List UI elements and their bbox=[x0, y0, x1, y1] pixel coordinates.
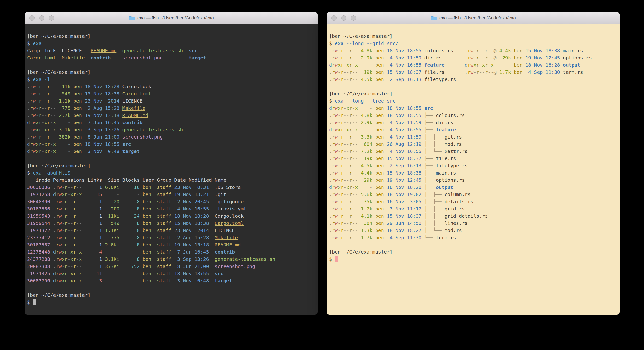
titlebar[interactable]: exa — fish /Users/ben/Code/exa/exa bbox=[327, 12, 620, 24]
text-span bbox=[102, 177, 108, 183]
terminal-line: drwxr-xr-x - ben 7 Jun 16:45 contrib bbox=[27, 119, 316, 126]
permission-char: r bbox=[38, 84, 42, 90]
permission-char: - bbox=[355, 235, 358, 240]
permission-char: - bbox=[338, 134, 340, 140]
permission-char: r bbox=[349, 199, 352, 204]
text-span: 19k bbox=[361, 156, 372, 161]
titlebar[interactable]: exa — fish /Users/ben/Code/exa/exa bbox=[25, 12, 318, 24]
window-title: exa — fish /Users/ben/Code/exa/exa bbox=[430, 15, 516, 20]
permission-char: - bbox=[355, 120, 358, 126]
text-span: src bbox=[188, 48, 197, 54]
permission-char: - bbox=[482, 48, 485, 54]
text-span: ben bbox=[142, 278, 151, 284]
text-span bbox=[384, 141, 387, 147]
text-span bbox=[442, 55, 465, 61]
text-span: 8 bbox=[122, 235, 140, 240]
text-span bbox=[372, 69, 375, 75]
permission-char: w bbox=[335, 206, 338, 212]
terminal-line: .rw-r--r-- 5.6k ben 18 Nov 19:02 │ ├── c… bbox=[329, 191, 618, 198]
permission-char: - bbox=[355, 76, 358, 82]
permission-char: r bbox=[38, 98, 42, 104]
text-span: Cargo.toml bbox=[27, 55, 56, 61]
permission-char: - bbox=[76, 213, 79, 219]
text-span: ben bbox=[375, 105, 384, 111]
permission-char: d bbox=[27, 120, 30, 126]
text-span: README.md bbox=[122, 112, 148, 118]
close-button[interactable] bbox=[29, 15, 34, 20]
text-span bbox=[171, 192, 174, 197]
text-span: - bbox=[361, 127, 372, 132]
permission-char: r bbox=[349, 213, 352, 219]
text-span bbox=[358, 134, 361, 140]
permission-char: - bbox=[42, 141, 44, 147]
text-span: file.rs bbox=[424, 69, 444, 75]
text-span bbox=[372, 235, 375, 240]
text-span bbox=[70, 141, 73, 147]
terminal-line: [ben ~/C/e/exa:master] bbox=[27, 32, 316, 40]
text-span: options.rs bbox=[436, 177, 465, 183]
terminal-line: $ exa bbox=[27, 40, 316, 47]
text-span bbox=[70, 98, 73, 104]
text-span bbox=[56, 134, 59, 140]
text-span bbox=[209, 184, 215, 190]
permission-char: - bbox=[473, 48, 476, 54]
permission-char: r bbox=[349, 184, 352, 190]
permission-char: w bbox=[33, 127, 36, 132]
text-span bbox=[151, 264, 157, 269]
text-span: ben bbox=[375, 120, 384, 126]
text-span bbox=[358, 228, 361, 233]
permission-char: x bbox=[338, 62, 340, 68]
text-span: 3.1k bbox=[59, 127, 70, 132]
text-span bbox=[372, 105, 375, 111]
text-span bbox=[384, 105, 387, 111]
permission-char: w bbox=[33, 148, 36, 154]
permission-char: @ bbox=[494, 55, 496, 61]
text-span bbox=[358, 220, 361, 226]
text-span: details.rs bbox=[444, 199, 473, 204]
permission-char: r bbox=[56, 278, 59, 284]
permission-char: r bbox=[38, 105, 42, 111]
permission-char: - bbox=[338, 177, 340, 183]
text-span: 3 Sep 13:26 bbox=[85, 127, 120, 132]
text-span bbox=[171, 235, 174, 240]
permission-char: - bbox=[352, 62, 355, 68]
text-span bbox=[82, 278, 99, 284]
permission-char: r bbox=[73, 228, 76, 233]
text-span: ben bbox=[375, 177, 384, 183]
text-span bbox=[102, 199, 105, 204]
minimize-button[interactable] bbox=[39, 15, 44, 20]
text-span bbox=[102, 271, 105, 276]
text-span bbox=[119, 264, 122, 269]
text-span: 18 Nov 18:55 bbox=[85, 141, 120, 147]
zoom-button[interactable] bbox=[49, 15, 54, 20]
text-span: output bbox=[436, 184, 453, 190]
permission-char: r bbox=[38, 91, 42, 96]
terminal-content[interactable]: [ben ~/C/e/exa:master]$ exaCargo.lock LI… bbox=[25, 24, 318, 314]
permission-char: - bbox=[346, 112, 349, 118]
permission-char: r bbox=[349, 192, 352, 197]
text-span bbox=[496, 55, 500, 61]
text-span bbox=[358, 62, 361, 68]
text-span bbox=[56, 105, 59, 111]
text-span: 2 Sep 16:13 bbox=[387, 76, 422, 82]
permission-char: r bbox=[73, 249, 76, 255]
text-span: 30163567 bbox=[27, 242, 50, 248]
text-span: - bbox=[59, 148, 70, 154]
permission-char: - bbox=[42, 120, 44, 126]
terminal-content[interactable]: [ben ~/C/e/exa:master]$ exa --long --gri… bbox=[327, 24, 620, 314]
permission-char: - bbox=[62, 264, 65, 269]
permission-char: . bbox=[53, 228, 56, 233]
text-span: ben bbox=[514, 48, 522, 54]
zoom-button[interactable] bbox=[351, 15, 356, 20]
permission-char: - bbox=[346, 235, 349, 240]
permission-char: r bbox=[47, 141, 50, 147]
permission-char: - bbox=[42, 127, 44, 132]
minimize-button[interactable] bbox=[341, 15, 346, 20]
text-span: ben bbox=[142, 199, 151, 204]
permission-char: w bbox=[335, 220, 338, 226]
text-span bbox=[209, 228, 215, 233]
close-button[interactable] bbox=[331, 15, 336, 20]
text-span: ben bbox=[142, 228, 151, 233]
text-span: 1 bbox=[82, 235, 102, 240]
text-span: 20 bbox=[105, 199, 119, 204]
